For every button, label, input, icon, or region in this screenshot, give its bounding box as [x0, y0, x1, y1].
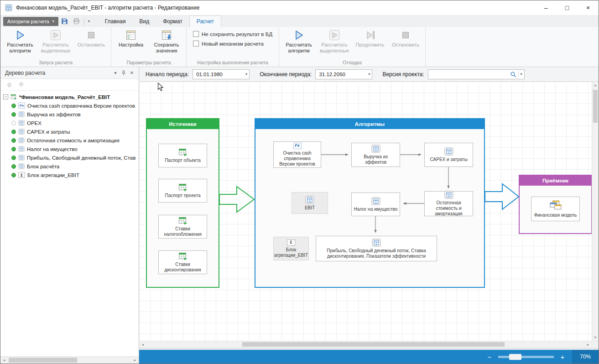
node-clear-cash[interactable]: Fx Очистка cash справочника Версии проек…: [273, 141, 321, 168]
checkbox-icon[interactable]: [193, 31, 199, 37]
settings-button[interactable]: Настройка: [113, 28, 149, 48]
scroll-right-icon[interactable]: ►: [584, 341, 592, 348]
status-dot-icon: [11, 130, 16, 134]
node-property-tax[interactable]: Налог на имущество: [351, 192, 400, 216]
tree-item[interactable]: Налог на имущество: [0, 145, 139, 153]
group-debug: Рассчитать алгоритм Рассчитать выделенны…: [279, 27, 426, 67]
tree-item-label: Очистка cash справочника Версии проектов: [27, 103, 135, 109]
tree-item[interactable]: CAPEX и затраты: [0, 127, 139, 136]
scroll-left-icon[interactable]: ◄: [139, 341, 146, 348]
minimize-button[interactable]: –: [536, 0, 557, 15]
pin-icon[interactable]: [120, 69, 128, 77]
node-financial-model[interactable]: Финансовая модель: [531, 197, 580, 221]
tab-view[interactable]: Вид: [132, 16, 156, 27]
period-start-combo[interactable]: 01.01.1980 ▾: [193, 69, 250, 79]
quick-access-chevron-icon[interactable]: ▾: [86, 19, 92, 23]
node-revenue[interactable]: Выручка из эффектов: [351, 143, 400, 167]
checkbox-new-engine-label: Новый механизм расчета: [202, 41, 264, 47]
chevron-down-icon[interactable]: ▾: [368, 72, 370, 76]
project-version-combo[interactable]: ▾: [428, 69, 525, 79]
diagram-canvas[interactable]: Источники Паспорт объекта Паспорт проект…: [139, 82, 592, 341]
tree-root[interactable]: − *Финансовая модель_Расчёт_EBIT: [0, 93, 139, 101]
scroll-up-icon[interactable]: ▲: [592, 82, 599, 88]
zoom-in-button[interactable]: +: [557, 353, 568, 361]
chevron-down-icon[interactable]: ▾: [245, 72, 247, 76]
checkbox-no-save-db[interactable]: Не сохранять результат в БД: [193, 31, 272, 37]
node-object-passport[interactable]: Паспорт объекта: [158, 144, 207, 167]
panel-chevron-down-icon[interactable]: ▾: [111, 69, 120, 77]
move-up-button[interactable]: [5, 81, 13, 89]
scrollbar-thumb[interactable]: [593, 90, 598, 123]
tree-item[interactable]: Блок расчёта: [0, 162, 139, 171]
run-selected-button[interactable]: Рассчитать выделенные: [38, 28, 73, 53]
maximize-button[interactable]: □: [557, 0, 578, 15]
project-version-input[interactable]: [430, 72, 510, 77]
play-box-icon: [50, 29, 62, 41]
tree-item[interactable]: Выручка из эффектов: [0, 110, 139, 119]
run-algorithm-button[interactable]: Рассчитать алгоритм: [2, 28, 38, 53]
algorithm-icon: [18, 163, 25, 169]
play-icon: [293, 29, 305, 41]
node-label: Прибыль, Свободный денежный поток, Ставк…: [318, 248, 435, 259]
checkbox-new-engine[interactable]: Новый механизм расчета: [193, 41, 272, 47]
scroll-right-icon[interactable]: ►: [131, 357, 139, 364]
debug-run-selected-button[interactable]: Рассчитать выделенные: [317, 28, 352, 53]
algorithm-icon: [18, 155, 25, 161]
panel-close-icon[interactable]: ✕: [128, 69, 136, 77]
search-icon[interactable]: [510, 71, 516, 78]
scroll-left-icon[interactable]: ◄: [0, 357, 8, 364]
window-title: Финансовая модель_Расчёт_EBIT - алгоритм…: [16, 5, 199, 11]
tree-item[interactable]: OPEX: [0, 119, 139, 127]
horizontal-scrollbar[interactable]: ◄ ►: [139, 341, 592, 348]
fx-icon: Fx: [18, 103, 25, 109]
node-capex[interactable]: CAPEX и затраты: [424, 143, 473, 167]
zoom-out-button[interactable]: −: [484, 353, 495, 361]
period-end-combo[interactable]: 31.12.2050 ▾: [315, 69, 372, 79]
tree-item[interactable]: Прибыль, Свободный денежный поток, Став: [0, 153, 139, 162]
save-button[interactable]: [59, 17, 70, 26]
tree-item[interactable]: Fx Очистка cash справочника Версии проек…: [0, 101, 139, 110]
debug-stop-button[interactable]: Остановить: [388, 28, 423, 48]
zoom-slider-thumb[interactable]: [509, 354, 521, 360]
node-tax-rates[interactable]: Ставки налогообложения: [158, 215, 207, 239]
table-icon: [178, 252, 188, 260]
tab-format[interactable]: Формат: [156, 16, 189, 27]
debug-run-algorithm-button[interactable]: Рассчитать алгоритм: [281, 28, 317, 53]
scrollbar-thumb[interactable]: [9, 358, 77, 363]
sigma-icon: Σ: [18, 172, 25, 178]
node-aggregation-ebit[interactable]: Σ Блок агрегации_EBIT: [273, 237, 309, 260]
app-icon: [5, 4, 12, 11]
checkbox-icon[interactable]: [193, 41, 199, 47]
tab-calculation[interactable]: Расчет: [189, 16, 221, 27]
move-down-button[interactable]: [17, 81, 25, 89]
vertical-scrollbar[interactable]: ▲ ▼: [592, 82, 599, 341]
scroll-down-icon[interactable]: ▼: [592, 334, 599, 341]
continue-icon: [364, 29, 376, 41]
save-values-button[interactable]: Сохранить значения: [149, 28, 184, 53]
zoom-slider[interactable]: [498, 356, 554, 358]
tab-home[interactable]: Главная: [98, 16, 133, 27]
algorithm-menu-button[interactable]: Алгоритм расчета ▾: [3, 17, 58, 26]
stop-label: Остановить: [78, 42, 105, 48]
save-values-icon: [161, 29, 172, 41]
node-ebit[interactable]: EBIT: [292, 192, 328, 214]
period-end-label: Окончание периода:: [260, 71, 312, 78]
tree-horizontal-scrollbar[interactable]: ◄ ►: [0, 356, 139, 364]
scrollbar-thumb[interactable]: [242, 342, 505, 347]
tree-root-label: *Финансовая модель_Расчёт_EBIT: [19, 94, 110, 100]
collapse-expander-icon[interactable]: −: [3, 94, 8, 99]
print-button[interactable]: [71, 17, 82, 26]
node-residual-value[interactable]: Остаточная стоимость и амортизация: [424, 191, 473, 216]
node-project-passport[interactable]: Паспорт проекта: [158, 179, 207, 203]
tree-item[interactable]: Остаточная стоимость и амортизация: [0, 136, 139, 145]
tree-item[interactable]: Σ Блок агрегации_EBIT: [0, 171, 139, 179]
close-button[interactable]: ×: [578, 0, 599, 15]
separator: [84, 18, 84, 25]
chevron-down-icon[interactable]: ▾: [521, 72, 522, 76]
settings-icon: [125, 29, 137, 41]
stop-button[interactable]: Остановить: [73, 28, 109, 48]
node-profit[interactable]: Прибыль, Свободный денежный поток, Ставк…: [316, 236, 437, 261]
continue-button[interactable]: Продолжить: [352, 28, 388, 48]
node-discount-rates[interactable]: Ставки дисконтирования: [158, 250, 207, 274]
status-dot-icon: [11, 164, 16, 169]
